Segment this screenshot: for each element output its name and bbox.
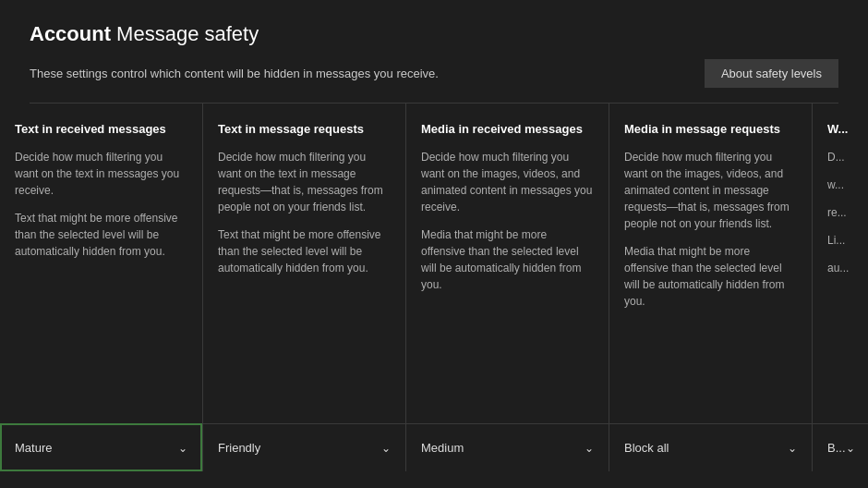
column-text-media-received-1: Media that might be more offensive than … bbox=[421, 226, 594, 293]
title-bold: Account bbox=[30, 22, 111, 45]
dropdown-partial[interactable]: B...⌄ bbox=[813, 423, 868, 471]
header-description: These settings control which content wil… bbox=[30, 67, 682, 80]
column-text-text-received-1: Text that might be more offensive than t… bbox=[15, 210, 187, 260]
column-text-text-received-0: Decide how much filtering you want on th… bbox=[15, 149, 187, 199]
header-row: These settings control which content wil… bbox=[30, 59, 838, 88]
column-body-text-requests: Text in message requestsDecide how much … bbox=[203, 104, 405, 423]
dropdown-label-text-received: Mature bbox=[15, 441, 52, 455]
column-title-media-requests: Media in message requests bbox=[624, 122, 797, 136]
chevron-down-icon-text-requests: ⌄ bbox=[381, 442, 391, 455]
column-text-media-received-0: Decide how much filtering you want on th… bbox=[421, 149, 594, 215]
column-text-partial-1: w... bbox=[827, 177, 853, 193]
column-text-partial-3: Li... bbox=[827, 232, 853, 249]
dropdown-text-received[interactable]: Mature⌄ bbox=[0, 423, 202, 471]
chevron-down-icon-partial: ⌄ bbox=[846, 442, 855, 455]
title-rest: Message safety bbox=[111, 22, 259, 45]
column-title-media-received: Media in received messages bbox=[421, 122, 594, 136]
column-text-requests: Text in message requestsDecide how much … bbox=[203, 104, 406, 471]
dropdown-label-media-requests: Block all bbox=[624, 441, 669, 455]
dropdown-text-requests[interactable]: Friendly⌄ bbox=[203, 423, 405, 471]
dropdown-media-requests[interactable]: Block all⌄ bbox=[609, 423, 812, 471]
column-title-partial: W... bbox=[827, 122, 853, 136]
column-title-text-requests: Text in message requests bbox=[218, 122, 391, 136]
column-title-text-received: Text in received messages bbox=[15, 122, 187, 136]
column-text-text-requests-0: Decide how much filtering you want on th… bbox=[218, 149, 391, 215]
page-wrapper: Account Message safety These settings co… bbox=[0, 0, 868, 471]
column-body-text-received: Text in received messagesDecide how much… bbox=[0, 104, 202, 423]
column-text-partial-2: re... bbox=[827, 204, 853, 221]
column-media-requests: Media in message requestsDecide how much… bbox=[609, 104, 813, 471]
column-text-media-requests-0: Decide how much filtering you want on th… bbox=[624, 149, 797, 232]
dropdown-label-media-received: Medium bbox=[421, 441, 464, 455]
chevron-down-icon-text-received: ⌄ bbox=[178, 442, 187, 455]
column-text-media-requests-1: Media that might be more offensive than … bbox=[624, 243, 797, 310]
column-body-media-received: Media in received messagesDecide how muc… bbox=[406, 104, 609, 423]
column-body-partial: W...D...w...re...Li...au... bbox=[813, 104, 868, 423]
page-title: Account Message safety bbox=[30, 22, 838, 46]
chevron-down-icon-media-requests: ⌄ bbox=[788, 442, 797, 455]
column-media-received: Media in received messagesDecide how muc… bbox=[406, 104, 609, 471]
column-text-text-requests-1: Text that might be more offensive than t… bbox=[218, 226, 391, 276]
about-safety-button[interactable]: About safety levels bbox=[705, 59, 838, 88]
dropdown-label-partial: B... bbox=[827, 441, 846, 455]
chevron-down-icon-media-received: ⌄ bbox=[585, 442, 594, 455]
dropdown-media-received[interactable]: Medium⌄ bbox=[406, 423, 609, 471]
column-body-media-requests: Media in message requestsDecide how much… bbox=[609, 104, 812, 423]
columns-wrapper: Text in received messagesDecide how much… bbox=[0, 104, 868, 471]
column-text-received: Text in received messagesDecide how much… bbox=[0, 104, 203, 471]
column-text-partial-4: au... bbox=[827, 260, 853, 276]
column-partial: W...D...w...re...Li...au...B...⌄ bbox=[813, 104, 868, 471]
dropdown-label-text-requests: Friendly bbox=[218, 441, 260, 455]
page-header: Account Message safety These settings co… bbox=[0, 0, 868, 103]
column-text-partial-0: D... bbox=[827, 149, 853, 165]
